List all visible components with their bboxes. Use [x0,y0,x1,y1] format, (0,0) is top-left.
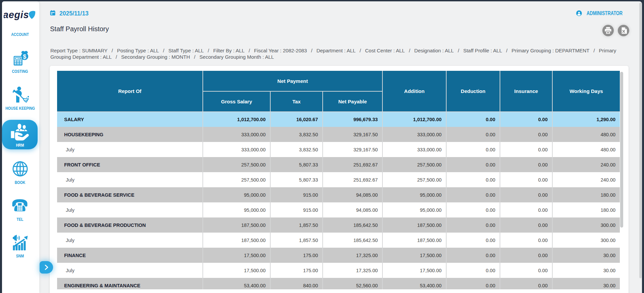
svg-text:aegis: aegis [4,9,29,20]
svg-text:$: $ [23,53,26,60]
